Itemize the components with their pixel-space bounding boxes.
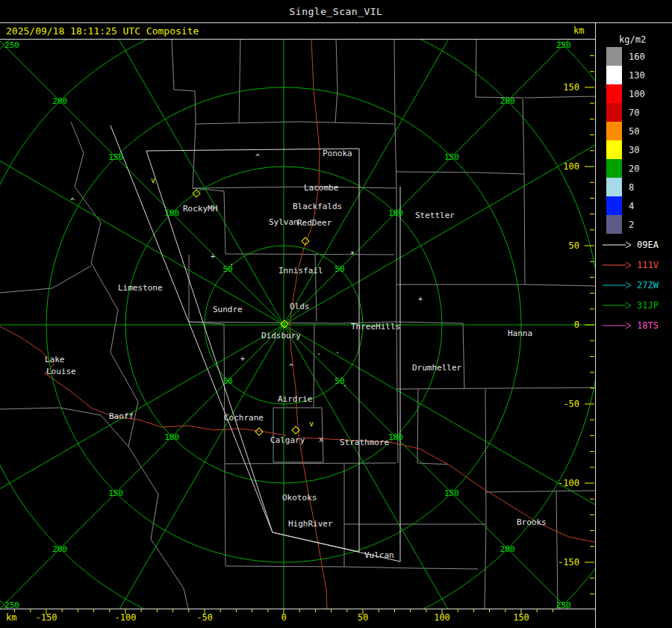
town-label: Drumheller [412,364,461,372]
radar-site-arrow-icon [602,261,632,269]
map-marker-icon: v [151,177,155,184]
town-label: Sylvan [269,218,299,226]
map-marker-icon: v [309,420,314,428]
legend-scale-row: 100 [606,84,645,103]
legend-scale-row: 160 [606,47,645,66]
map-marker-icon: ^ [289,364,293,371]
color-scale: 16013010070503020842 [606,47,645,234]
town-label: Sundre [213,305,243,314]
legend-scale-row: 70 [606,103,645,122]
radar-site-id: 18TS [637,320,659,331]
y-axis-ticks [585,56,594,594]
radar-site-row: 09EA [602,234,659,255]
legend-units-label: kg/m2 [619,34,646,45]
legend-scale-row: 30 [606,140,645,159]
town-label: Blackfalds [293,202,342,211]
town-label: Brooks [517,518,547,526]
radar-site-row: 27ZW [602,275,659,295]
range-ring-label: 100 [164,209,179,217]
radar-scan-area-outlines [111,125,400,562]
legend-scale-row: 8 [606,178,645,196]
x-axis-tick-label: -50 [196,613,213,622]
legend-scale-row: 4 [606,196,645,215]
town-label: Cochrane [224,414,264,422]
town-label: Lake [45,355,65,364]
town-label: Vulcan [364,551,394,559]
legend-color-swatch [606,196,622,215]
range-ring-label: 100 [388,209,403,217]
range-ring-label: 250 [556,41,571,49]
x-axis-tick-label: -100 [115,613,137,622]
legend-color-swatch [606,215,622,234]
legend-color-swatch [606,103,622,122]
range-ring-label: 150 [108,488,123,497]
legend-color-swatch [606,159,622,178]
product-timestamp: 2025/09/18 18:11:25 UTC Composite [6,25,199,37]
legend-scale-row: 2 [606,215,645,234]
x-axis-tick-label: 0 [281,613,286,622]
app-window: Single_Scan_VIL 2025/09/18 18:11:25 UTC … [0,0,672,628]
range-ring-label: 200 [500,544,515,553]
map-marker-icon: ^ [255,154,260,161]
legend-color-swatch [606,122,622,140]
x-axis-tick-label: -150 [36,613,57,622]
town-label: Airdrie [278,395,312,403]
town-label: RockyMH [183,205,217,213]
legend-scale-value: 8 [629,182,634,193]
town-label: Innisfail [279,267,323,275]
range-ring-label: 200 [52,544,67,553]
town-label: Stettler [415,211,455,220]
town-label: Ponoka [323,149,352,158]
radar-site-row: 18TS [602,315,659,335]
y-axis-tick-label: -100 [556,479,579,488]
legend-color-swatch [606,84,622,103]
map-marker-icon: + [418,296,423,303]
range-ring-label: 200 [52,97,67,105]
radar-site-arrow-icon [602,302,632,309]
range-ring-grid [0,0,672,628]
legend-scale-value: 4 [629,201,634,211]
legend-color-swatch [606,47,622,66]
town-label: Limestone [118,284,163,292]
town-label: HighRiver [288,520,333,528]
radar-site-id: 09EA [637,240,659,250]
map-marker-icon: . [317,349,321,356]
x-axis-unit-label: km [6,612,16,623]
range-ring-label: 150 [444,153,459,161]
y-axis-tick-label: 0 [556,320,579,329]
map-marker-icon: * [350,251,355,258]
radar-site-id: 111V [637,260,659,270]
range-ring-label: 50 [335,265,344,273]
map-marker-icon: . [229,259,234,267]
town-label: ThreeHills [351,323,400,331]
range-ring-label: 150 [108,153,123,161]
town-label: Calgary [270,436,305,444]
legend-color-swatch [606,66,622,84]
y-axis-tick-label: -50 [556,400,579,408]
legend-scale-value: 30 [629,145,639,155]
radar-site-arrow-icon [602,241,632,249]
town-label: Hanna [508,329,532,338]
legend-scale-value: 2 [629,220,634,230]
map-marker-icon: ^ [70,198,75,205]
legend-scale-value: 100 [629,89,645,99]
legend-scale-value: 160 [629,52,645,62]
town-label: Olds [290,302,310,311]
legend-scale-value: 50 [629,126,639,137]
range-ring-label: 250 [4,41,19,49]
y-axis-unit-label: km [573,25,584,36]
map-marker-icon: x [319,436,323,444]
radar-site-row: 31JP [602,295,659,315]
legend-scale-row: 20 [606,159,645,178]
radar-site-id: 27ZW [637,280,659,290]
town-label: Didsbury [261,332,301,340]
town-label: Banff [109,412,134,420]
legend-scale-value: 70 [629,108,639,118]
town-label: RedDeer [297,219,332,227]
range-ring-label: 50 [223,376,232,385]
map-marker-icon: + [211,253,215,261]
y-axis-tick-label: 50 [556,241,579,250]
range-ring-label: 250 [556,600,571,609]
legend-scale-value: 20 [629,164,639,174]
y-axis-tick-label: -150 [556,558,579,567]
